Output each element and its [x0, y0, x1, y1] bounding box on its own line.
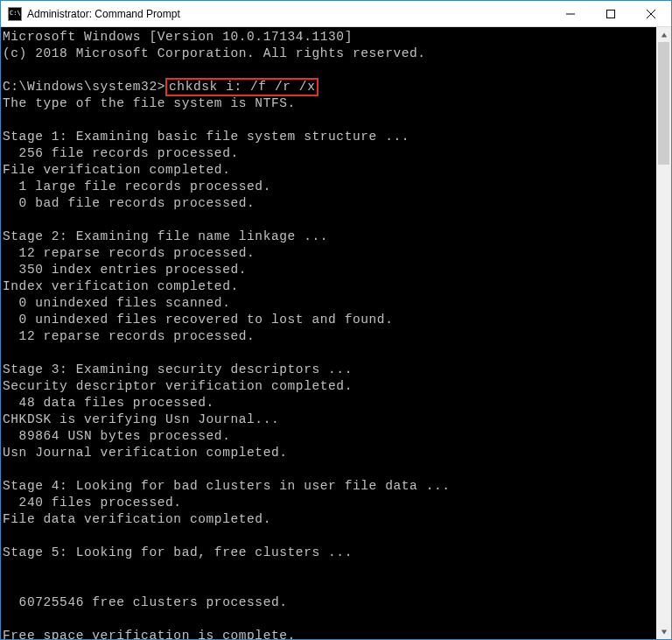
command-prompt-window: C:\ Administrator: Command Prompt Micros… — [0, 0, 672, 640]
close-button[interactable] — [631, 1, 671, 26]
output-line: Security descriptor verification complet… — [3, 379, 353, 393]
output-line: Usn Journal verification completed. — [3, 446, 288, 460]
highlighted-command: chkdsk i: /f /r /x — [165, 78, 318, 96]
output-line: 0 bad file records processed. — [3, 196, 255, 210]
output-line: Free space verification is complete. — [3, 629, 296, 639]
prompt-text: C:\Windows\system32> — [3, 80, 165, 94]
maximize-button[interactable] — [591, 1, 631, 26]
output-line: The type of the file system is NTFS. — [3, 96, 296, 110]
svg-marker-8 — [661, 629, 666, 634]
output-line: 350 index entries processed. — [3, 263, 247, 277]
scroll-up-button[interactable] — [656, 27, 671, 42]
output-line: Stage 4: Looking for bad clusters in use… — [3, 479, 451, 493]
titlebar: C:\ Administrator: Command Prompt — [1, 1, 671, 27]
scrollbar-thumb[interactable] — [658, 42, 669, 165]
output-line: Stage 5: Looking for bad, free clusters … — [3, 545, 353, 559]
output-line: 256 file records processed. — [3, 146, 239, 160]
output-line: 0 unindexed files scanned. — [3, 296, 230, 310]
output-line: 1 large file records processed. — [3, 179, 271, 193]
output-line: 12 reparse records processed. — [3, 329, 255, 343]
console-output[interactable]: Microsoft Windows [Version 10.0.17134.11… — [1, 27, 656, 639]
window-title: Administrator: Command Prompt — [27, 8, 550, 20]
output-line: 48 data files processed. — [3, 396, 214, 410]
vertical-scrollbar[interactable] — [656, 27, 671, 639]
output-line: Microsoft Windows [Version 10.0.17134.11… — [3, 30, 353, 44]
output-line: File verification completed. — [3, 163, 230, 177]
cmd-icon: C:\ — [8, 7, 22, 21]
output-line: 60725546 free clusters processed. — [3, 595, 288, 609]
output-line: CHKDSK is verifying Usn Journal... — [3, 412, 279, 426]
output-line: 0 unindexed files recovered to lost and … — [3, 313, 393, 327]
scroll-down-button[interactable] — [656, 624, 671, 639]
svg-text:C:\: C:\ — [10, 10, 21, 17]
minimize-button[interactable] — [550, 1, 591, 26]
output-line: File data verification completed. — [3, 512, 271, 526]
output-line: Index verification completed. — [3, 279, 239, 293]
scrollbar-track[interactable] — [656, 42, 671, 624]
svg-rect-4 — [607, 10, 615, 18]
output-line: Stage 1: Examining basic file system str… — [3, 130, 410, 144]
output-line: (c) 2018 Microsoft Corporation. All righ… — [3, 46, 426, 60]
window-controls — [550, 1, 671, 26]
console-area: Microsoft Windows [Version 10.0.17134.11… — [1, 27, 671, 639]
svg-marker-7 — [661, 32, 666, 37]
output-line: 12 reparse records processed. — [3, 246, 255, 260]
output-line: 89864 USN bytes processed. — [3, 429, 230, 443]
output-line: Stage 3: Examining security descriptors … — [3, 362, 353, 376]
output-line: 240 files processed. — [3, 496, 182, 510]
output-line: Stage 2: Examining file name linkage ... — [3, 229, 328, 243]
